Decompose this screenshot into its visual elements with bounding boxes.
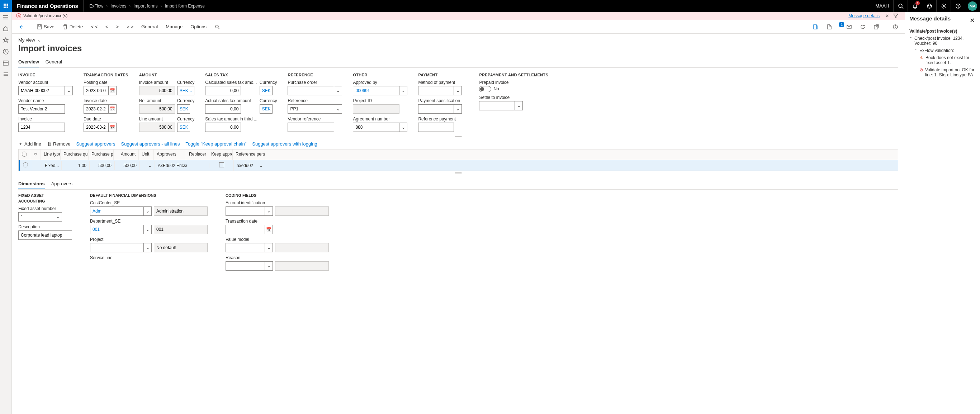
calendar-icon[interactable]: 📅 [265,225,273,234]
calendar-icon[interactable]: 📅 [109,122,116,132]
reference-payment-input[interactable] [418,122,454,132]
col-approvers[interactable]: Approvers [154,149,186,160]
select-all-radio[interactable] [22,152,27,157]
col-reference-person[interactable]: Reference person [233,149,265,160]
remove-line-button[interactable]: 🗑Remove [47,141,70,147]
value-model-input[interactable] [226,243,265,252]
message-node[interactable]: ⌃ExFlow validation: [909,48,976,53]
nav-prev-button[interactable]: < [103,22,111,31]
approved-by-input[interactable] [353,86,399,95]
tab-dimensions[interactable]: Dimensions [18,179,45,189]
suggest-approvers-all-button[interactable]: Suggest approvers - all lines [121,141,180,147]
hamburger-icon[interactable] [3,14,9,21]
keep-approval-checkbox[interactable] [219,162,224,167]
office-icon[interactable] [823,22,835,31]
nav-last-button[interactable]: > > [124,22,136,31]
tab-approvers[interactable]: Approvers [51,179,72,189]
save-button[interactable]: Save [34,22,57,31]
col-line-type[interactable]: Line type [41,149,60,160]
chevron-down-icon[interactable]: ⌄ [148,163,152,168]
col-keep-approval[interactable]: Keep approval ... [208,149,233,160]
chevron-down-icon[interactable]: ⌄ [399,86,407,95]
vendor-name-input[interactable] [18,104,65,114]
chevron-down-icon[interactable]: ⌄ [144,225,152,234]
delete-button[interactable]: Delete [59,22,86,31]
tab-options[interactable]: Options [188,22,209,31]
breadcrumb-item[interactable]: Import form Expense [165,3,205,9]
table-row[interactable]: Fixed... ⌄ 1,00 500,00 500,00 ⌄ AxEdu02 … [19,160,898,171]
net-amount-input[interactable] [139,104,175,114]
vendor-reference-input[interactable] [288,122,334,132]
app-launcher[interactable] [0,0,12,12]
prepaid-toggle[interactable] [479,86,491,92]
chevron-down-icon[interactable]: ⌄ [144,243,152,252]
filter-icon[interactable] [891,13,900,18]
breadcrumb-item[interactable]: Import forms [134,3,158,9]
chevron-down-icon[interactable]: ⌄ [265,243,273,252]
chevron-down-icon[interactable]: ⌄ [334,104,342,114]
workspaces-icon[interactable] [3,60,9,66]
row-select-radio[interactable] [23,162,28,167]
popout-icon[interactable] [871,22,882,31]
nav-next-button[interactable]: > [113,22,122,31]
message-node[interactable]: ⌃Check/post invoice: 1234, Voucher: 90 [909,36,976,46]
message-details-link[interactable]: Message details [848,13,880,18]
chevron-down-icon[interactable]: ⌄ [54,212,62,222]
chevron-down-icon[interactable]: ⌄ [399,122,407,132]
settings-icon[interactable] [936,0,951,12]
actual-tax-input[interactable] [205,104,241,114]
col-purchase-price[interactable]: Purchase price [89,149,114,160]
chevron-down-icon[interactable]: ⌄ [265,206,273,216]
chevron-down-icon[interactable]: ⌄ [334,86,342,95]
search-icon[interactable] [893,0,908,12]
add-line-button[interactable]: ＋Add line [18,141,41,147]
messages-icon[interactable]: 1 [837,22,855,31]
my-view-dropdown[interactable]: My view⌄ [18,37,898,43]
avatar[interactable]: MA [968,2,977,11]
nav-first-button[interactable]: < < [88,22,100,31]
col-replacer[interactable]: Replacer [186,149,208,160]
due-date-input[interactable] [84,122,109,132]
currency-select[interactable]: SEK [177,104,190,114]
refresh-icon[interactable]: ⟳ [34,152,37,157]
breadcrumb-item[interactable]: Invoices [110,3,126,9]
costcenter-input[interactable] [90,206,144,216]
calendar-icon[interactable]: 📅 [109,86,116,95]
suggest-approvers-logging-button[interactable]: Suggest approvers with logging [252,141,317,147]
info-icon[interactable] [889,22,901,31]
calendar-icon[interactable]: 📅 [109,104,116,114]
settle-to-invoice-input[interactable] [479,101,515,110]
tab-manage[interactable]: Manage [163,22,185,31]
chevron-down-icon[interactable]: ⌄ [259,163,263,168]
posting-date-input[interactable] [84,86,109,95]
suggest-approvers-button[interactable]: Suggest approvers [76,141,115,147]
toggle-keep-approval-button[interactable]: Toggle "Keep approval chain" [186,141,247,147]
reference-input[interactable] [288,104,334,114]
vendor-account-input[interactable] [18,86,65,95]
favorite-icon[interactable] [3,37,9,43]
chevron-down-icon[interactable]: ⌄ [265,261,273,271]
currency-select[interactable]: SEK [177,122,190,132]
modules-icon[interactable] [3,71,9,78]
chevron-down-icon[interactable]: ⌄ [454,86,462,95]
refresh-icon[interactable] [857,22,869,31]
invoice-date-input[interactable] [84,104,109,114]
breadcrumb-item[interactable]: ExFlow [89,3,103,9]
back-button[interactable] [16,23,26,31]
action-search-icon[interactable] [212,22,223,31]
resizer[interactable] [18,171,898,174]
chevron-down-icon[interactable]: ⌄ [454,104,462,114]
line-amount-input[interactable] [139,122,175,132]
currency-select[interactable]: SEK [259,86,272,95]
project-input[interactable] [90,243,144,252]
third-tax-input[interactable] [205,122,241,132]
col-amount[interactable]: Amount [114,149,139,160]
transaction-date-input[interactable] [226,225,265,234]
fixed-asset-number-input[interactable] [18,212,54,222]
purchase-order-input[interactable] [288,86,334,95]
description-input[interactable] [18,230,72,240]
feedback-icon[interactable] [922,0,936,12]
invoice-input[interactable] [18,122,65,132]
close-icon[interactable]: ✕ [883,13,891,18]
project-id-input[interactable] [353,104,399,114]
